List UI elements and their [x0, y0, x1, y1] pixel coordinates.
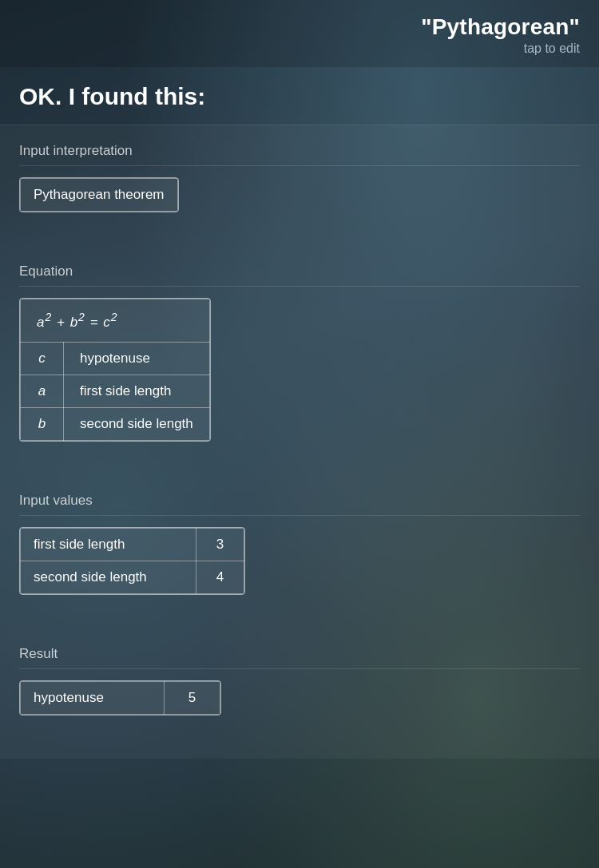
- definition-b: second side length: [64, 407, 210, 440]
- table-row: a first side length: [21, 375, 210, 407]
- input-value-1: 4: [196, 561, 244, 593]
- section-title-input-values: Input values: [19, 493, 580, 516]
- ok-message: OK. I found this:: [0, 67, 599, 125]
- input-label-0: first side length: [21, 528, 196, 561]
- equation-formula: a2 + b2 = c2: [21, 299, 210, 343]
- input-value-0: 3: [196, 528, 244, 561]
- section-title-input-interpretation: Input interpretation: [19, 143, 580, 166]
- table-row: b second side length: [21, 407, 210, 440]
- table-row: first side length 3: [21, 528, 244, 561]
- variable-a: a: [21, 375, 64, 407]
- table-row: second side length 4: [21, 561, 244, 593]
- section-equation: Equation a2 + b2 = c2 c hypotenuse a fir…: [0, 246, 599, 453]
- interpretation-table: Pythagorean theorem: [19, 177, 179, 212]
- section-input-interpretation: Input interpretation Pythagorean theorem: [0, 125, 599, 224]
- equation-formula-row: a2 + b2 = c2: [21, 299, 210, 343]
- variable-c: c: [21, 342, 64, 375]
- input-values-table: first side length 3 second side length 4: [19, 527, 245, 595]
- table-row: Pythagorean theorem: [21, 179, 178, 212]
- section-title-equation: Equation: [19, 264, 580, 287]
- siri-query: "Pythagorean": [19, 14, 580, 40]
- input-label-1: second side length: [21, 561, 196, 593]
- definition-c: hypotenuse: [64, 342, 210, 375]
- section-result: Result hypotenuse 5: [0, 628, 599, 727]
- table-row: c hypotenuse: [21, 342, 210, 375]
- tap-to-edit[interactable]: tap to edit: [19, 42, 580, 56]
- section-input-values: Input values first side length 3 second …: [0, 475, 599, 606]
- section-title-result: Result: [19, 646, 580, 669]
- definition-a: first side length: [64, 375, 210, 407]
- interpretation-value: Pythagorean theorem: [21, 179, 178, 212]
- result-value: 5: [165, 681, 220, 714]
- siri-header: "Pythagorean" tap to edit: [0, 0, 599, 67]
- result-table: hypotenuse 5: [19, 680, 221, 715]
- content-area: Input interpretation Pythagorean theorem…: [0, 125, 599, 759]
- variable-b: b: [21, 407, 64, 440]
- table-row: hypotenuse 5: [21, 681, 220, 714]
- result-label: hypotenuse: [21, 681, 165, 714]
- equation-table: a2 + b2 = c2 c hypotenuse a first side l…: [19, 298, 211, 442]
